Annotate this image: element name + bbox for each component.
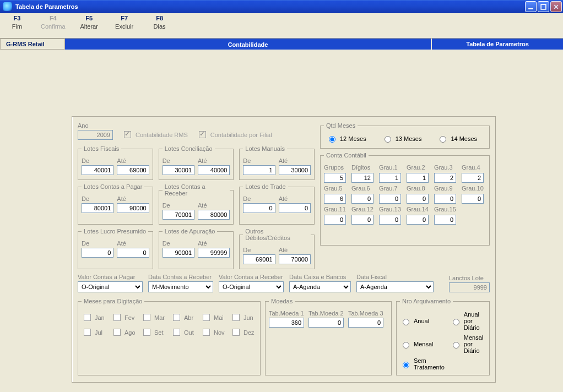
subheader-right: Tabela de Parametros bbox=[431, 39, 563, 50]
lotes-manuais: Lotes Manuais De Até bbox=[239, 145, 315, 180]
lotes-apuracao-de[interactable] bbox=[163, 248, 194, 258]
mes-jan[interactable]: Jan bbox=[82, 312, 108, 323]
close-button[interactable] bbox=[550, 1, 562, 12]
conta-grupos[interactable] bbox=[324, 173, 346, 183]
radio-14-meses[interactable]: 14 Meses bbox=[437, 134, 477, 143]
lotes-pagar-de[interactable] bbox=[82, 203, 113, 213]
lotes-apuracao: Lotes de Apuração De Até bbox=[159, 228, 234, 269]
arq-sem-tratamento[interactable]: Sem Tratamento bbox=[400, 357, 445, 371]
mes-abr[interactable]: Abr bbox=[171, 312, 197, 323]
tab-moeda-1[interactable] bbox=[269, 318, 304, 328]
conta-grau-15[interactable] bbox=[434, 215, 456, 225]
mes-nov[interactable]: Nov bbox=[201, 327, 227, 337]
toolbar-f7-excluir[interactable]: F7 Excluir bbox=[113, 15, 136, 38]
lotes-outros-de[interactable] bbox=[243, 254, 275, 264]
ano-label: Ano bbox=[78, 122, 113, 129]
radio-12-meses[interactable]: 12 Meses bbox=[326, 134, 366, 143]
lotes-fiscais-de[interactable] bbox=[82, 165, 113, 175]
lotes-trade-de[interactable] bbox=[243, 203, 275, 213]
conta-grau-6[interactable] bbox=[351, 194, 373, 204]
subheader-middle: Contabilidade bbox=[65, 39, 431, 50]
select-data-fiscal[interactable]: A-Agenda bbox=[356, 281, 434, 292]
lotes-trade: Lotes de Trade De Até bbox=[239, 183, 315, 225]
lotes-outros-debitos-creditos: Outros Débitos/Créditos De Até bbox=[239, 228, 315, 269]
toolbar: F3 Fim F4 Confirma F5 Alterar F7 Excluir… bbox=[0, 13, 563, 39]
window-buttons bbox=[525, 1, 562, 12]
lotes-conciliacao-de[interactable] bbox=[163, 165, 194, 175]
lotes-lucro-presumido: Lotes Lucro Presumido De Até bbox=[78, 228, 153, 269]
conta-grau-1[interactable] bbox=[379, 173, 401, 183]
lotes-contas-receber: Lotes Contas a Receber De Até bbox=[159, 183, 234, 225]
lotes-receber-de[interactable] bbox=[163, 210, 194, 220]
lotes-pagar-ate[interactable] bbox=[117, 203, 149, 213]
sub-header: G-RMS Retail Contabilidade Tabela de Par… bbox=[0, 39, 563, 50]
maximize-button[interactable] bbox=[538, 1, 549, 12]
conta-grau-10[interactable] bbox=[462, 194, 484, 204]
toolbar-f8-dias[interactable]: F8 Dias bbox=[148, 15, 171, 38]
minimize-button[interactable] bbox=[525, 1, 537, 12]
conta-grau-12[interactable] bbox=[351, 215, 373, 225]
main-panel: Ano Contabilidade RMS Contabilidade por … bbox=[72, 116, 496, 383]
lotes-lucro-ate[interactable] bbox=[117, 248, 149, 258]
lotes-outros-ate[interactable] bbox=[279, 254, 311, 264]
arq-anual[interactable]: Anual bbox=[400, 311, 445, 331]
toolbar-f5-alterar[interactable]: F5 Alterar bbox=[78, 15, 101, 38]
arq-mensal-diario[interactable]: Mensal por Diário bbox=[450, 334, 486, 354]
mes-jul[interactable]: Jul bbox=[82, 327, 108, 337]
lotes-apuracao-ate[interactable] bbox=[198, 248, 230, 258]
mes-out[interactable]: Out bbox=[171, 327, 197, 337]
tab-moeda-2[interactable] bbox=[308, 318, 344, 328]
lotes-conciliacao-ate[interactable] bbox=[198, 165, 230, 175]
app-icon bbox=[3, 2, 12, 11]
conta-grau-8[interactable] bbox=[407, 194, 429, 204]
lotes-lucro-de[interactable] bbox=[82, 248, 113, 258]
conta-grau-14[interactable] bbox=[407, 215, 429, 225]
conta-grau-13[interactable] bbox=[379, 215, 401, 225]
radio-13-meses[interactable]: 13 Meses bbox=[382, 134, 422, 143]
mes-ago[interactable]: Ago bbox=[111, 327, 138, 337]
toolbar-f4-confirma: F4 Confirma bbox=[41, 15, 66, 38]
check-contabilidade-filial[interactable]: Contabilidade por Filial bbox=[197, 129, 272, 140]
check-filial-box[interactable] bbox=[199, 131, 206, 138]
check-rms-box[interactable] bbox=[124, 131, 131, 138]
select-data-contas-receber[interactable]: M-Movimento bbox=[148, 281, 213, 292]
select-data-caixa-bancos[interactable]: A-Agenda bbox=[289, 281, 351, 292]
meses-digitacao: Meses para Digitação Jan Fev Mar Abr Mai… bbox=[78, 298, 261, 375]
nro-arquivamento: Nro Arquivamento Anual Anual por Diário … bbox=[396, 298, 490, 375]
mes-jun[interactable]: Jun bbox=[230, 312, 257, 323]
conta-grau-7[interactable] bbox=[379, 194, 401, 204]
toolbar-f3-fim[interactable]: F3 Fim bbox=[6, 15, 29, 38]
lotes-trade-ate[interactable] bbox=[279, 203, 311, 213]
tab-moeda-3[interactable] bbox=[348, 318, 383, 328]
check-contabilidade-rms[interactable]: Contabilidade RMS bbox=[122, 129, 188, 140]
lotes-receber-ate[interactable] bbox=[198, 210, 230, 220]
title-bar: Tabela de Parametros bbox=[0, 0, 563, 13]
window-title: Tabela de Parametros bbox=[15, 3, 525, 10]
conta-grau-11[interactable] bbox=[324, 215, 346, 225]
conta-grau-9[interactable] bbox=[434, 194, 456, 204]
conta-grau-4[interactable] bbox=[462, 173, 484, 183]
ano-input[interactable] bbox=[78, 130, 113, 140]
lotes-fiscais-ate[interactable] bbox=[117, 165, 149, 175]
mes-mar[interactable]: Mar bbox=[141, 312, 167, 323]
lotes-manuais-ate[interactable] bbox=[279, 165, 311, 175]
subheader-left: G-RMS Retail bbox=[0, 39, 65, 50]
lanctos-lote[interactable] bbox=[449, 282, 490, 292]
lotes-manuais-de[interactable] bbox=[243, 165, 275, 175]
mes-set[interactable]: Set bbox=[141, 327, 167, 337]
qtd-meses: Qtd Meses 12 Meses 13 Meses 14 Meses bbox=[320, 122, 490, 149]
select-valor-contas-receber[interactable]: O-Original bbox=[219, 281, 284, 292]
conta-grau-5[interactable] bbox=[324, 194, 346, 204]
select-valor-contas-pagar[interactable]: O-Original bbox=[78, 281, 143, 292]
mes-mai[interactable]: Mai bbox=[201, 312, 227, 323]
svg-rect-1 bbox=[541, 4, 546, 9]
mes-fev[interactable]: Fev bbox=[111, 312, 138, 323]
conta-grau-3[interactable] bbox=[434, 173, 456, 183]
mes-dez[interactable]: Dez bbox=[230, 327, 257, 337]
arq-mensal[interactable]: Mensal bbox=[400, 334, 445, 354]
conta-digitos[interactable] bbox=[351, 173, 373, 183]
arq-anual-diario[interactable]: Anual por Diário bbox=[450, 311, 486, 331]
conta-contabil: Conta Contábil Grupos Dígitos Grau.1 Gra… bbox=[320, 152, 490, 246]
lotes-fiscais: Lotes Fiscais De Até bbox=[78, 145, 153, 180]
conta-grau-2[interactable] bbox=[407, 173, 429, 183]
